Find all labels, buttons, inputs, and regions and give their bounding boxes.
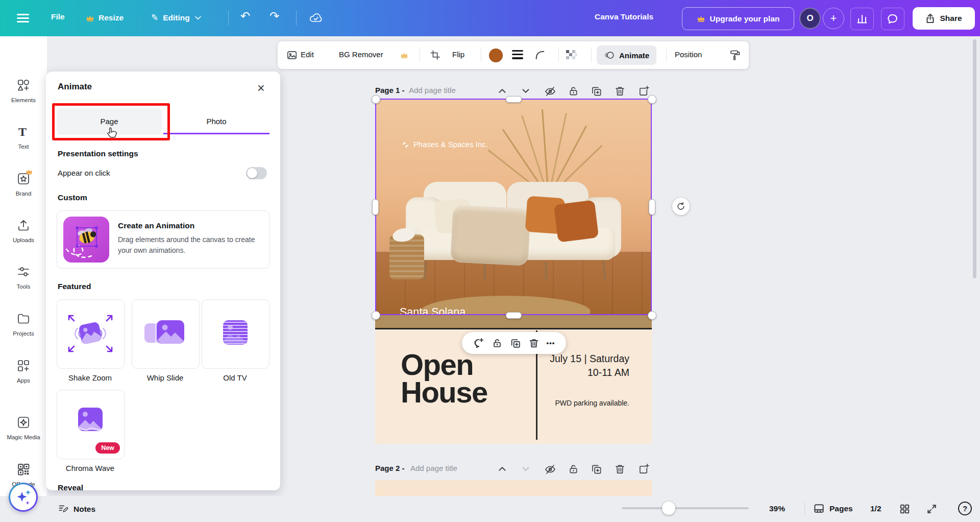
resize-handle-sw[interactable]	[372, 311, 380, 320]
duplicate-icon	[591, 85, 602, 97]
sidebar-item-qr-code[interactable]	[17, 463, 30, 478]
page2-duplicate-button[interactable]	[591, 463, 602, 475]
event-datetime[interactable]: July 15 | Saturday 10-11 AM	[550, 352, 629, 379]
sidebar-item-elements[interactable]	[17, 79, 30, 92]
page2-canvas[interactable]	[375, 480, 652, 496]
apps-icon	[17, 359, 30, 372]
assistant-button[interactable]	[9, 483, 38, 512]
duplicate-icon[interactable]	[510, 338, 521, 349]
sidebar-item-apps[interactable]	[17, 359, 30, 372]
living-room-photo[interactable]: Phases & Spaces Inc. Santa Solana	[375, 99, 652, 315]
edit-image-button[interactable]	[286, 50, 298, 61]
zoom-slider-thumb[interactable]	[662, 502, 675, 515]
tab-photo[interactable]: Photo	[163, 108, 270, 134]
magic-media-icon	[17, 416, 30, 429]
sidebar-item-magic-media[interactable]	[17, 416, 30, 429]
page2-move-down-button[interactable]	[520, 463, 531, 474]
undo-button[interactable]: ↶	[240, 9, 250, 23]
upgrade-plan-button[interactable]: Upgrade your plan	[682, 7, 794, 30]
animation-chroma-wave[interactable]: New	[57, 390, 125, 459]
editing-mode-dropdown[interactable]: ✎ Editing	[151, 12, 202, 23]
comment-icon	[887, 14, 898, 24]
redo-button[interactable]: ↷	[270, 9, 279, 23]
resize-handle-e[interactable]	[649, 199, 655, 215]
design-title[interactable]: Canva Tutorials	[595, 12, 653, 21]
page2-delete-button[interactable]	[614, 463, 626, 475]
page2-add-page-button[interactable]	[638, 463, 650, 475]
adjust-button[interactable]	[512, 50, 523, 59]
headline[interactable]: Open House	[401, 351, 487, 406]
edit-image-label[interactable]: Edit	[301, 50, 314, 59]
add-member-button[interactable]: +	[823, 8, 844, 29]
trash-icon[interactable]	[528, 338, 540, 349]
position-button[interactable]: Position	[675, 50, 702, 59]
page2-lock-button[interactable]	[568, 463, 579, 475]
page2-title-input[interactable]: Add page title	[410, 464, 457, 472]
bee-animation-icon	[63, 217, 109, 263]
page1-duplicate-button[interactable]	[591, 85, 602, 97]
flip-button[interactable]: Flip	[452, 50, 464, 59]
resize-handle-ne[interactable]	[648, 95, 656, 104]
elements-icon	[17, 79, 30, 92]
page1-add-page-button[interactable]	[638, 85, 650, 97]
close-icon[interactable]: ×	[254, 78, 268, 99]
insights-button[interactable]	[850, 8, 874, 30]
add-page-icon	[638, 85, 650, 97]
appear-on-click-toggle[interactable]	[246, 167, 267, 179]
corner-rounding-button[interactable]	[534, 50, 546, 61]
resize-handle-nw[interactable]	[372, 95, 380, 104]
resize-handle-s[interactable]	[506, 312, 522, 319]
zoom-slider-track[interactable]	[622, 507, 749, 509]
divider	[591, 48, 592, 62]
file-button[interactable]: File	[51, 12, 65, 21]
divider	[228, 11, 229, 26]
animate-button[interactable]: Animate	[597, 45, 656, 65]
resize-button[interactable]: Resize	[86, 13, 124, 22]
vertical-scrollbar[interactable]	[973, 39, 976, 278]
share-button[interactable]: Share	[913, 7, 975, 30]
page2-move-up-button[interactable]	[497, 463, 508, 474]
help-button[interactable]: ?	[958, 502, 972, 515]
animation-shake-zoom[interactable]	[57, 299, 125, 369]
page1-move-down-button[interactable]	[520, 85, 531, 97]
event-note[interactable]: PWD parking available.	[555, 399, 629, 407]
sidebar-item-brand[interactable]	[17, 172, 30, 185]
resize-handle-se[interactable]	[648, 311, 656, 320]
page1-title-input[interactable]: Add page title	[409, 86, 456, 94]
zoom-level[interactable]: 39%	[769, 504, 785, 513]
sidebar-item-projects[interactable]	[17, 312, 30, 325]
bg-remover-button[interactable]: BG Remover	[339, 50, 383, 59]
pages-button[interactable]: Pages	[813, 503, 853, 514]
copy-style-button[interactable]	[729, 49, 741, 61]
transparency-button[interactable]	[565, 49, 577, 63]
sidebar-item-tools[interactable]	[17, 265, 30, 278]
animation-whip-slide[interactable]	[132, 299, 200, 369]
page2-hide-button[interactable]	[544, 463, 556, 476]
notes-button[interactable]: Notes	[58, 504, 95, 514]
resize-handle-n[interactable]	[506, 96, 522, 103]
crop-button[interactable]	[430, 50, 441, 61]
page1-move-up-button[interactable]	[497, 85, 508, 97]
menu-button[interactable]	[17, 14, 29, 22]
new-badge: New	[95, 442, 120, 454]
page1-canvas[interactable]: Phases & Spaces Inc. Santa Solana Open H…	[375, 99, 652, 444]
add-comment-icon[interactable]	[473, 337, 485, 349]
grid-view-button[interactable]	[899, 503, 911, 515]
create-animation-card[interactable]: Create an Animation Drag elements around…	[57, 210, 270, 269]
fullscreen-button[interactable]	[926, 503, 938, 515]
page1-hide-button[interactable]	[544, 85, 556, 98]
lock-icon[interactable]	[492, 338, 503, 349]
comments-button[interactable]	[881, 8, 904, 30]
more-options-button[interactable]: •••	[547, 339, 555, 347]
brand-logo[interactable]: Phases & Spaces Inc.	[402, 140, 488, 149]
rotate-handle[interactable]	[672, 198, 690, 215]
page1-delete-button[interactable]	[614, 85, 626, 97]
animation-old-tv[interactable]	[202, 299, 270, 369]
resize-handle-w[interactable]	[372, 199, 379, 215]
page1-lock-button[interactable]	[568, 85, 579, 97]
text-icon[interactable]: T	[18, 125, 27, 139]
color-swatch[interactable]	[489, 49, 503, 62]
create-animation-description: Drag elements around the canvas to creat…	[118, 234, 257, 256]
avatar[interactable]: O	[799, 8, 821, 29]
sidebar-item-uploads[interactable]	[17, 219, 30, 232]
